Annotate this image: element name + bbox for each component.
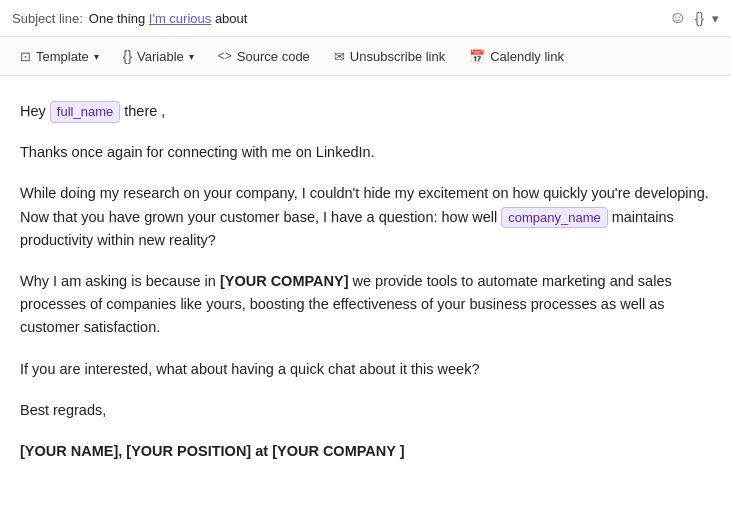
- subject-link: I'm curious: [149, 11, 211, 26]
- unsubscribe-button[interactable]: ✉ Unsubscribe link: [324, 44, 455, 69]
- code-icon[interactable]: {}: [695, 10, 704, 26]
- template-button[interactable]: ⊡ Template ▾: [10, 44, 109, 69]
- template-chevron-icon: ▾: [94, 51, 99, 62]
- variable-icon: {}: [123, 48, 132, 64]
- subject-after: about: [211, 11, 247, 26]
- greeting-hey: Hey: [20, 103, 46, 119]
- emoji-icon[interactable]: ☺: [669, 8, 686, 28]
- unsubscribe-label: Unsubscribe link: [350, 49, 445, 64]
- para3-before: Why I am asking is because in: [20, 273, 216, 289]
- subject-icons: ☺ {} ▾: [669, 8, 719, 28]
- subject-text: One thing I'm curious about: [89, 11, 248, 26]
- subject-bar: Subject line: One thing I'm curious abou…: [0, 0, 731, 37]
- source-code-label: Source code: [237, 49, 310, 64]
- para6: [YOUR NAME], [YOUR POSITION] at [YOUR CO…: [20, 440, 711, 463]
- calendly-label: Calendly link: [490, 49, 564, 64]
- variable-chevron-icon: ▾: [189, 51, 194, 62]
- toolbar: ⊡ Template ▾ {} Variable ▾ <> Source cod…: [0, 37, 731, 76]
- chevron-icon[interactable]: ▾: [712, 11, 719, 26]
- subject-label: Subject line:: [12, 11, 83, 26]
- unsubscribe-icon: ✉: [334, 49, 345, 64]
- source-code-icon: <>: [218, 49, 232, 63]
- calendly-button[interactable]: 📅 Calendly link: [459, 44, 574, 69]
- tag-full-name[interactable]: full_name: [50, 101, 120, 123]
- greeting-paragraph: Hey full_name there ,: [20, 100, 711, 123]
- template-icon: ⊡: [20, 49, 31, 64]
- para3-bold: [YOUR COMPANY]: [220, 273, 349, 289]
- source-code-button[interactable]: <> Source code: [208, 44, 320, 69]
- para1: Thanks once again for connecting with me…: [20, 141, 711, 164]
- variable-button[interactable]: {} Variable ▾: [113, 43, 204, 69]
- template-label: Template: [36, 49, 89, 64]
- subject-before: One thing: [89, 11, 149, 26]
- tag-company-name[interactable]: company_name: [501, 207, 608, 229]
- para4: If you are interested, what about having…: [20, 358, 711, 381]
- editor-area[interactable]: Hey full_name there , Thanks once again …: [0, 76, 731, 501]
- para3: Why I am asking is because in [YOUR COMP…: [20, 270, 711, 340]
- greeting-there: there ,: [124, 103, 165, 119]
- para2: While doing my research on your company,…: [20, 182, 711, 252]
- calendly-icon: 📅: [469, 49, 485, 64]
- para5: Best regrads,: [20, 399, 711, 422]
- variable-label: Variable: [137, 49, 184, 64]
